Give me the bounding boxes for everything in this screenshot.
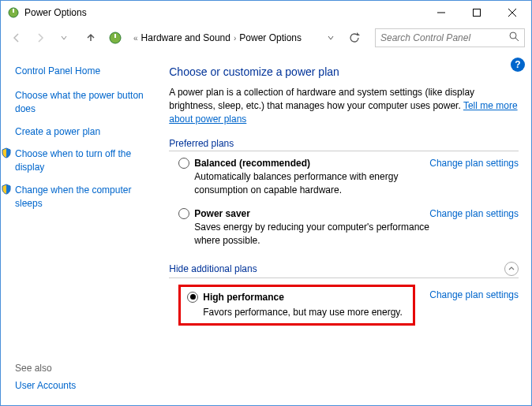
svg-rect-7 xyxy=(114,34,116,38)
breadcrumb: « Hardware and Sound › Power Options xyxy=(130,32,317,43)
search-icon[interactable] xyxy=(509,32,519,44)
location-icon xyxy=(108,31,122,45)
radio-balanced[interactable] xyxy=(178,158,189,169)
forward-button[interactable] xyxy=(31,28,50,47)
radio-power-saver[interactable] xyxy=(178,208,189,219)
crumb-separator-icon: › xyxy=(234,34,236,43)
search-input[interactable] xyxy=(380,32,509,43)
sidebar-item-label: Create a power plan xyxy=(15,125,100,139)
see-also-label: See also xyxy=(15,363,76,374)
refresh-button[interactable] xyxy=(345,28,364,47)
plan-title: High performance xyxy=(203,292,284,303)
hide-additional-label: Hide additional plans xyxy=(169,263,504,274)
change-plan-settings-link[interactable]: Change plan settings xyxy=(429,208,519,248)
up-button[interactable] xyxy=(81,28,100,47)
sidebar-item-turn-off-display[interactable]: Choose when to turn off the display xyxy=(15,147,150,174)
svg-line-9 xyxy=(515,38,519,41)
minimize-button[interactable] xyxy=(423,2,459,24)
sidebar-item-label: Choose what the power button does xyxy=(15,89,150,116)
svg-point-8 xyxy=(510,32,516,39)
user-accounts-link[interactable]: User Accounts xyxy=(15,380,76,391)
plan-balanced: Balanced (recommended) Automatically bal… xyxy=(178,158,519,197)
change-plan-settings-link[interactable]: Change plan settings xyxy=(429,158,519,197)
sidebar: Control Panel Home Choose what the power… xyxy=(1,51,158,405)
page-heading: Choose or customize a power plan xyxy=(169,65,519,78)
highlight-box: High performance Favors performance, but… xyxy=(178,285,415,326)
crumb-power-options[interactable]: Power Options xyxy=(239,32,302,43)
plan-power-saver: Power saver Saves energy by reducing you… xyxy=(178,208,519,248)
svg-rect-1 xyxy=(13,9,14,13)
app-icon xyxy=(7,6,20,19)
plan-title: Power saver xyxy=(194,208,250,219)
change-plan-settings-link[interactable]: Change plan settings xyxy=(429,289,519,326)
radio-high-performance[interactable] xyxy=(187,292,198,303)
sidebar-item-computer-sleeps[interactable]: Change when the computer sleeps xyxy=(15,184,150,210)
plan-description: Saves energy by reducing your computer's… xyxy=(194,221,429,248)
window-controls xyxy=(423,2,530,24)
preferred-plans-label: Preferred plans xyxy=(169,138,519,151)
plan-title: Balanced (recommended) xyxy=(194,158,310,169)
back-button[interactable] xyxy=(7,28,26,47)
desc-text: A power plan is a collection of hardware… xyxy=(169,87,474,111)
page-description: A power plan is a collection of hardware… xyxy=(169,86,519,125)
recent-dropdown[interactable] xyxy=(54,28,73,47)
control-panel-home-link[interactable]: Control Panel Home xyxy=(15,65,150,76)
plan-description: Automatically balances performance with … xyxy=(194,170,429,197)
collapse-icon[interactable] xyxy=(504,262,519,276)
see-also-section: See also User Accounts xyxy=(15,363,76,391)
shield-icon xyxy=(1,147,15,161)
maximize-button[interactable] xyxy=(459,2,494,24)
titlebar: Power Options xyxy=(1,1,531,24)
help-icon[interactable]: ? xyxy=(511,58,525,72)
crumb-hardware-and-sound[interactable]: Hardware and Sound xyxy=(141,32,230,43)
breadcrumb-dropdown[interactable] xyxy=(321,34,340,42)
close-button[interactable] xyxy=(494,2,530,24)
main-panel: ? Choose or customize a power plan A pow… xyxy=(158,51,531,405)
sidebar-item-create-plan[interactable]: Create a power plan xyxy=(15,125,150,139)
crumb-separator-icon: « xyxy=(133,34,138,43)
plan-high-performance-row: High performance Favors performance, but… xyxy=(169,285,519,326)
sidebar-item-label: Change when the computer sleeps xyxy=(15,184,150,210)
sidebar-item-power-button[interactable]: Choose what the power button does xyxy=(15,89,150,116)
hide-additional-plans-row: Hide additional plans xyxy=(169,262,519,278)
window-title: Power Options xyxy=(24,7,423,18)
toolbar: « Hardware and Sound › Power Options xyxy=(1,24,531,51)
svg-rect-3 xyxy=(473,9,480,17)
shield-icon xyxy=(1,184,15,197)
plan-description: Favors performance, but may use more ene… xyxy=(203,306,406,319)
sidebar-item-label: Choose when to turn off the display xyxy=(15,147,150,174)
search-box[interactable] xyxy=(375,28,525,47)
